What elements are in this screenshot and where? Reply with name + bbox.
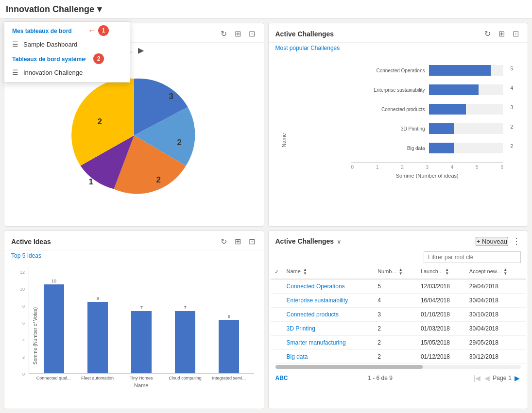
row-name-6[interactable]: Big data [283, 350, 374, 364]
row-number-2: 4 [374, 294, 417, 308]
app-title[interactable]: Innovation Challenge ▾ [6, 4, 102, 15]
abc-button[interactable]: ABC [275, 375, 288, 381]
y-tick-12: 12 [20, 270, 25, 275]
first-page-button[interactable]: |◀ [473, 373, 482, 383]
row-check-6 [271, 350, 283, 364]
col-accept[interactable]: Accept new... ▲▼ [465, 265, 526, 279]
legend-more-icon[interactable]: ▶ [138, 46, 144, 55]
row-name-4[interactable]: 3D Printing [283, 322, 374, 336]
ideas-subtitle: Top 5 Ideas [4, 250, 264, 263]
ideas-bar-group-3: 7 [121, 305, 161, 373]
innovation-challenge-item[interactable]: ☰ Innovation Challenge [4, 65, 130, 80]
row-name-5[interactable]: Smarter manufacturing [283, 336, 374, 350]
popular-actions: ↻ ⊞ ⊡ [482, 28, 521, 39]
popular-bar-row-2: Enterprise sustainability 4 [351, 84, 504, 95]
row-accept-2: 30/04/2018 [465, 294, 526, 308]
popular-bar-value-3: 3 [510, 105, 513, 110]
row-check-5 [271, 336, 283, 350]
y-tick-8: 8 [20, 304, 25, 309]
col-launch[interactable]: Launch... ▲▼ [417, 265, 465, 279]
challenges-actions-area: + Nouveau ⋮ [476, 236, 521, 247]
pie-label-2a: 2 [177, 138, 181, 147]
popular-export-button[interactable]: ⊞ [497, 28, 507, 39]
table-row: Big data 2 01/12/2018 30/12/2018 [271, 350, 526, 364]
new-challenge-button[interactable]: + Nouveau [476, 237, 508, 246]
table-scrollbar[interactable] [275, 365, 521, 369]
popular-y-label: Name [280, 133, 286, 147]
ideas-chart-area: Somme (Number of Votes) 12 10 8 6 4 2 0 … [4, 263, 264, 409]
popular-bar-value-1: 5 [510, 66, 513, 71]
popular-challenges-panel: Active Challenges ↻ ⊞ ⊡ Most popular Cha… [268, 23, 529, 227]
y-tick-10: 10 [20, 287, 25, 292]
ideas-bar-2 [87, 302, 108, 373]
col-number[interactable]: Numb... ▲▼ [374, 265, 417, 279]
popular-expand-button[interactable]: ⊡ [511, 28, 521, 39]
row-number-1: 5 [374, 279, 417, 294]
row-accept-4: 30/04/2018 [465, 322, 526, 336]
keyword-filter-input[interactable] [424, 251, 521, 263]
popular-bar-label-2: Enterprise sustainability [351, 87, 429, 93]
ideas-x-name-1: Connected qual... [34, 376, 73, 380]
ideas-x-name-2: Fleet automation [77, 376, 117, 380]
row-number-3: 3 [374, 308, 417, 322]
ideas-expand-button[interactable]: ⊡ [247, 236, 257, 247]
popular-bar-track-5: 2 [429, 143, 504, 153]
challenges-table: ✓ Name ▲▼ Numb... ▲▼ Launch... ▲▼ [271, 265, 526, 364]
challenges-table-title: Active Challenges [275, 237, 334, 245]
popular-bar-label-3: Connected products [351, 107, 429, 112]
popular-bar-fill-1 [429, 65, 491, 76]
challenges-table-header: Active Challenges ∨ + Nouveau ⋮ [269, 231, 528, 249]
ideas-export-button[interactable]: ⊞ [233, 236, 243, 247]
x-tick-1: 1 [376, 165, 379, 170]
popular-bar-label-5: Big data [351, 146, 429, 151]
ideas-bar-group-1: 10 [34, 279, 74, 373]
ideas-bar-value-3: 7 [140, 305, 143, 310]
popular-bar-track-1: 5 [429, 65, 504, 76]
title-text: Innovation Challenge [6, 4, 94, 15]
popular-refresh-button[interactable]: ↻ [482, 28, 493, 39]
row-launch-1: 12/03/2018 [417, 279, 465, 294]
challenges-chevron-icon[interactable]: ∨ [337, 238, 342, 245]
ideas-refresh-button[interactable]: ↻ [219, 236, 229, 247]
sample-dashboard-item[interactable]: ☰ Sample Dashboard [4, 36, 130, 52]
row-name-1[interactable]: Connected Operations [283, 279, 374, 294]
pie-label-2b: 2 [156, 176, 160, 185]
popular-bars: Connected Operations 5 Enterprise sustai… [351, 60, 504, 179]
x-tick-3: 3 [426, 165, 429, 170]
popular-bar-value-4: 2 [510, 124, 513, 130]
ideas-bar-value-4: 7 [184, 305, 187, 310]
popular-bar-row-1: Connected Operations 5 [351, 65, 504, 76]
col-name[interactable]: Name ▲▼ [283, 265, 374, 279]
popular-bar-value-2: 4 [510, 85, 513, 91]
prev-page-button[interactable]: ◀ [483, 373, 491, 383]
annotation-2: ← 2 [83, 53, 104, 64]
page-label: Page [493, 375, 506, 381]
pie-refresh-button[interactable]: ↻ [219, 28, 229, 39]
col-number-sort: ▲▼ [399, 268, 403, 276]
col-check: ✓ [271, 265, 283, 279]
ideas-title: Active Ideas [11, 238, 51, 246]
more-options-icon[interactable]: ⋮ [512, 236, 521, 247]
popular-bar-track-3: 3 [429, 104, 504, 115]
table-row: 3D Printing 2 01/03/2018 30/04/2018 [271, 322, 526, 336]
pagination-nav: |◀ ◀ Page 1 ▶ [473, 373, 521, 383]
next-page-button[interactable]: ▶ [514, 373, 521, 383]
my-dashboards-section: Mes tableaux de bord [4, 24, 130, 36]
sample-dashboard-label: Sample Dashboard [23, 41, 77, 48]
innovation-challenge-label: Innovation Challenge [23, 69, 83, 76]
row-name-2[interactable]: Enterprise sustainability [283, 294, 374, 308]
active-challenges-table-panel: Active Challenges ∨ + Nouveau ⋮ ✓ Name ▲… [268, 231, 529, 409]
ideas-y-label: Somme (Number of Votes) [33, 307, 38, 364]
pie-expand-button[interactable]: ⊡ [247, 28, 257, 39]
popular-bar-fill-2 [429, 84, 479, 95]
pie-label-3: 3 [169, 92, 173, 101]
row-count: 1 - 6 de 9 [368, 375, 393, 381]
filter-row [269, 249, 528, 265]
row-name-3[interactable]: Connected products [283, 308, 374, 322]
y-tick-0: 0 [20, 372, 25, 377]
pie-export-button[interactable]: ⊞ [233, 28, 243, 39]
popular-x-axis: 0 1 2 3 4 5 6 Somme (Number of ideas) [351, 162, 504, 179]
annotation-1: ← 1 [87, 25, 109, 36]
section2-label: Tableaux de bord système [12, 56, 85, 63]
row-launch-2: 16/04/2018 [417, 294, 465, 308]
